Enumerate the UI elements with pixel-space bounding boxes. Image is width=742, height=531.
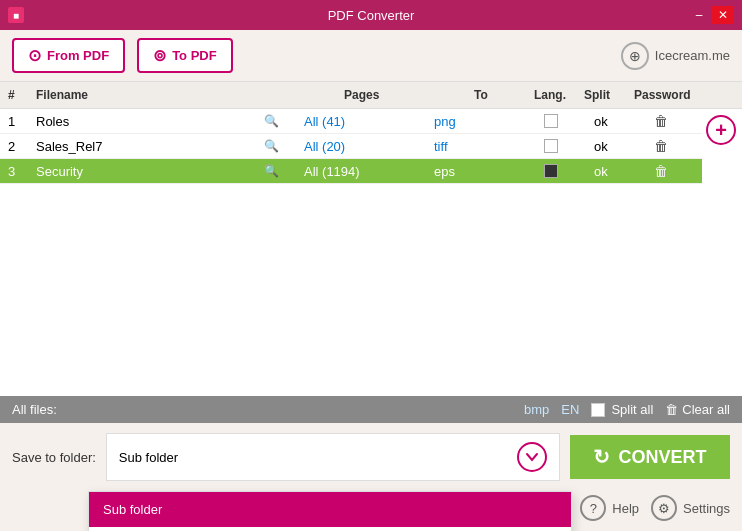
row-delete[interactable]: 🗑 bbox=[654, 138, 694, 154]
row-to[interactable]: png bbox=[434, 114, 494, 129]
col-split: Split bbox=[584, 86, 634, 104]
row-delete[interactable]: 🗑 bbox=[654, 113, 694, 129]
table-rows: 1 Roles 🔍 All (41) png ok 🗑 2 Sales_Rel7… bbox=[0, 109, 702, 184]
row-delete[interactable]: 🗑 bbox=[654, 163, 694, 179]
bmp-link[interactable]: bmp bbox=[524, 402, 549, 417]
split-checkbox[interactable] bbox=[544, 114, 558, 128]
delete-icon: 🗑 bbox=[654, 113, 668, 129]
delete-icon: 🗑 bbox=[654, 138, 668, 154]
minimize-button[interactable]: – bbox=[688, 6, 710, 24]
icecream-label: Icecream.me bbox=[655, 48, 730, 63]
split-all-toggle[interactable]: Split all bbox=[591, 402, 653, 417]
file-table: # Filename Pages To Lang. Split Password… bbox=[0, 82, 742, 396]
search-icon[interactable]: 🔍 bbox=[264, 114, 304, 128]
help-button[interactable]: ? Help bbox=[580, 495, 639, 521]
dropdown-item-original[interactable]: Original folder bbox=[89, 527, 571, 531]
col-filename: Filename bbox=[36, 86, 304, 104]
col-num: # bbox=[8, 86, 36, 104]
row-num: 2 bbox=[8, 139, 36, 154]
row-num: 1 bbox=[8, 114, 36, 129]
search-icon[interactable]: 🔍 bbox=[264, 139, 304, 153]
clear-all-label: Clear all bbox=[682, 402, 730, 417]
to-pdf-button[interactable]: ⊚ To PDF bbox=[137, 38, 233, 73]
title-bar: ■ PDF Converter – ✕ bbox=[0, 0, 742, 30]
split-all-checkbox[interactable] bbox=[591, 403, 605, 417]
row-password: ok bbox=[594, 139, 654, 154]
col-password: Password bbox=[634, 86, 694, 104]
row-split[interactable] bbox=[544, 164, 594, 178]
row-to[interactable]: tiff bbox=[434, 139, 494, 154]
row-filename: Roles bbox=[36, 114, 264, 129]
all-files-label: All files: bbox=[12, 402, 57, 417]
help-icon: ? bbox=[580, 495, 606, 521]
col-lang: Lang. bbox=[534, 86, 584, 104]
en-link[interactable]: EN bbox=[561, 402, 579, 417]
row-password: ok bbox=[594, 164, 654, 179]
help-label: Help bbox=[612, 501, 639, 516]
add-file-button[interactable]: + bbox=[706, 115, 736, 145]
row-split[interactable] bbox=[544, 139, 594, 153]
split-all-label: Split all bbox=[611, 402, 653, 417]
from-pdf-icon: ⊙ bbox=[28, 46, 41, 65]
settings-button[interactable]: ⚙ Settings bbox=[651, 495, 730, 521]
to-pdf-icon: ⊚ bbox=[153, 46, 166, 65]
toolbar: ⊙ From PDF ⊚ To PDF ⊕ Icecream.me bbox=[0, 30, 742, 82]
add-button-container: + bbox=[702, 109, 742, 145]
selected-folder-text: Sub folder bbox=[119, 450, 178, 465]
window-controls: – ✕ bbox=[688, 6, 734, 24]
from-pdf-label: From PDF bbox=[47, 48, 109, 63]
main-content: ⊙ From PDF ⊚ To PDF ⊕ Icecream.me # File… bbox=[0, 30, 742, 531]
table-header: # Filename Pages To Lang. Split Password bbox=[0, 82, 742, 109]
row-num: 3 bbox=[8, 164, 36, 179]
save-label: Save to folder: bbox=[12, 450, 96, 465]
window-title: PDF Converter bbox=[328, 8, 415, 23]
to-pdf-label: To PDF bbox=[172, 48, 217, 63]
convert-label: CONVERT bbox=[618, 447, 706, 468]
row-password: ok bbox=[594, 114, 654, 129]
refresh-icon: ↻ bbox=[593, 445, 610, 469]
folder-dropdown-button[interactable] bbox=[517, 442, 547, 472]
delete-icon: 🗑 bbox=[654, 163, 668, 179]
dropdown-item-subfolder[interactable]: Sub folder bbox=[89, 492, 571, 527]
close-button[interactable]: ✕ bbox=[712, 6, 734, 24]
row-pages[interactable]: All (20) bbox=[304, 139, 434, 154]
convert-button[interactable]: ↻ CONVERT bbox=[570, 435, 730, 479]
row-pages[interactable]: All (1194) bbox=[304, 164, 434, 179]
row-to[interactable]: eps bbox=[434, 164, 494, 179]
icecream-button[interactable]: ⊕ Icecream.me bbox=[621, 42, 730, 70]
row-split[interactable] bbox=[544, 114, 594, 128]
settings-label: Settings bbox=[683, 501, 730, 516]
row-filename: Security bbox=[36, 164, 264, 179]
settings-icon: ⚙ bbox=[651, 495, 677, 521]
bottom-section: Save to folder: Sub folder ↻ CONVERT bbox=[0, 423, 742, 491]
footer-bar: All files: bmp EN Split all 🗑 Clear all bbox=[0, 396, 742, 423]
chevron-down-icon bbox=[525, 450, 539, 464]
col-pages: Pages bbox=[344, 86, 474, 104]
table-row: 2 Sales_Rel7 🔍 All (20) tiff ok 🗑 bbox=[0, 134, 702, 159]
col-to: To bbox=[474, 86, 534, 104]
trash-icon: 🗑 bbox=[665, 402, 678, 417]
from-pdf-button[interactable]: ⊙ From PDF bbox=[12, 38, 125, 73]
search-icon[interactable]: 🔍 bbox=[264, 164, 304, 178]
app-icon: ■ bbox=[8, 7, 24, 23]
table-row: 3 Security 🔍 All (1194) eps ok 🗑 bbox=[0, 159, 702, 184]
folder-dropdown-menu: Sub folder Original folder Select folder… bbox=[88, 491, 572, 531]
col-search bbox=[304, 86, 344, 104]
split-checkbox[interactable] bbox=[544, 164, 558, 178]
row-filename: Sales_Rel7 bbox=[36, 139, 264, 154]
split-checkbox[interactable] bbox=[544, 139, 558, 153]
col-action bbox=[694, 86, 734, 104]
clear-all-button[interactable]: 🗑 Clear all bbox=[665, 402, 730, 417]
folder-select[interactable]: Sub folder bbox=[106, 433, 560, 481]
table-row: 1 Roles 🔍 All (41) png ok 🗑 bbox=[0, 109, 702, 134]
icecream-icon: ⊕ bbox=[621, 42, 649, 70]
row-pages[interactable]: All (41) bbox=[304, 114, 434, 129]
